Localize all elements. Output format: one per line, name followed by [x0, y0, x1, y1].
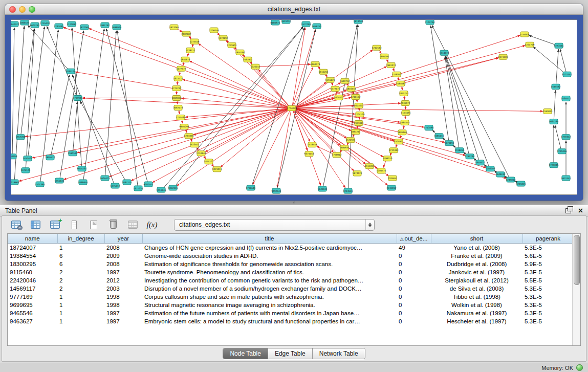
network-node[interactable]: 1694091: [379, 54, 389, 59]
table-mode-icon[interactable]: [8, 218, 24, 231]
network-node[interactable]: 5572293: [301, 21, 311, 27]
table-cell[interactable]: Tibbo et al. (1998): [431, 293, 522, 301]
network-node[interactable]: 3067174: [122, 180, 132, 185]
table-cell[interactable]: Changes of HCN gene expression and I(f) …: [142, 244, 397, 252]
network-node[interactable]: 1604421: [334, 95, 343, 100]
table-row[interactable]: 2242004622012Investigating the contribut…: [8, 276, 574, 285]
close-window-button[interactable]: [9, 6, 16, 13]
network-node[interactable]: 1445492: [551, 84, 560, 89]
table-cell[interactable]: Investigating the contribution of common…: [142, 276, 397, 285]
table-cell[interactable]: Yano et al. (2008): [431, 244, 522, 252]
network-node[interactable]: 9727441: [562, 72, 572, 77]
table-cell[interactable]: 6: [57, 260, 104, 268]
table-row[interactable]: 1872400712008Changes of HCN gene express…: [8, 244, 574, 252]
network-node[interactable]: 1216122: [351, 94, 360, 99]
network-node[interactable]: 7623401: [189, 142, 199, 147]
network-node[interactable]: 1604423: [100, 176, 110, 181]
network-node[interactable]: 9092541: [271, 188, 281, 193]
network-node[interactable]: 1485083: [396, 81, 405, 86]
table-cell[interactable]: 1: [57, 293, 104, 301]
float-panel-icon[interactable]: [565, 208, 571, 213]
table-cell[interactable]: 0: [397, 268, 431, 276]
table-cell[interactable]: 0: [397, 293, 431, 301]
network-node[interactable]: 1275212: [110, 183, 120, 188]
network-node[interactable]: 9282541: [143, 182, 153, 187]
table-cell[interactable]: 1: [57, 317, 104, 325]
network-node[interactable]: 1610742: [340, 78, 350, 83]
table-cell[interactable]: Hescheler et al. (1997): [431, 317, 522, 325]
network-node[interactable]: 1275418: [189, 39, 199, 44]
network-node[interactable]: 1461901: [243, 57, 252, 62]
table-row[interactable]: 1456911722003Disruption of a novel membe…: [8, 285, 574, 293]
network-node[interactable]: 1897241: [351, 129, 360, 135]
table-cell[interactable]: 49: [397, 244, 431, 252]
column-header-title[interactable]: title: [142, 234, 397, 244]
network-node[interactable]: 1474121: [204, 159, 213, 164]
network-canvas[interactable]: 1724051182206520026871275418113811119506…: [11, 19, 577, 195]
new-column-icon[interactable]: [47, 218, 62, 231]
network-node[interactable]: 2066424: [19, 20, 29, 25]
table-selector[interactable]: citations_edges.txt: [174, 219, 375, 231]
table-cell[interactable]: 5.5E-5: [522, 276, 574, 285]
table-cell[interactable]: 9777169: [8, 293, 57, 301]
network-node[interactable]: 1973409: [498, 54, 508, 59]
table-cell[interactable]: Estimation of the future numbers of pati…: [142, 309, 397, 317]
network-node[interactable]: 1822065: [79, 25, 89, 30]
panel-splitter[interactable]: [0, 201, 588, 205]
network-node[interactable]: 1796010: [382, 156, 392, 161]
network-node[interactable]: 2245012: [386, 185, 396, 190]
table-cell[interactable]: 18724007: [8, 244, 57, 252]
network-node[interactable]: 9605231: [77, 166, 86, 171]
close-panel-icon[interactable]: ×: [578, 207, 583, 215]
table-cell[interactable]: 1997: [104, 317, 142, 325]
table-row[interactable]: 1830029562008Estimation of significance …: [8, 260, 574, 268]
table-cell[interactable]: 18300295: [8, 260, 57, 268]
network-node[interactable]: 1218665: [11, 180, 19, 185]
network-node[interactable]: 1213541: [343, 188, 353, 193]
network-node[interactable]: 1751944: [196, 151, 206, 156]
network-node[interactable]: 9605299: [179, 124, 189, 129]
network-node[interactable]: 1771912: [561, 135, 571, 140]
network-node[interactable]: 1616261: [318, 69, 328, 74]
table-row[interactable]: 1938455462009Genome-wide association stu…: [8, 252, 574, 260]
network-node[interactable]: 1724051: [287, 105, 296, 111]
table-cell[interactable]: 6: [57, 252, 104, 260]
table-row[interactable]: 977716911998Corpus callosum shape and si…: [8, 293, 574, 301]
table-cell[interactable]: 9115460: [8, 268, 57, 276]
network-node[interactable]: 1474121: [20, 168, 30, 173]
network-node[interactable]: 3067173: [173, 105, 183, 110]
table-cell[interactable]: Structural magnetic resonance image aver…: [142, 301, 397, 309]
minimize-window-button[interactable]: [19, 6, 26, 13]
table-cell[interactable]: 5.3E-5: [522, 285, 574, 293]
network-node[interactable]: 1677441: [561, 176, 571, 181]
network-node[interactable]: 2036072: [400, 100, 410, 105]
table-row[interactable]: 911546021997Tourette syndrome. Phenomeno…: [8, 268, 574, 276]
network-node[interactable]: 1679191: [444, 141, 454, 146]
column-header-out-de[interactable]: △out_de...: [397, 234, 431, 244]
table-cell[interactable]: 0: [397, 285, 431, 293]
table-cell[interactable]: 9463627: [8, 317, 57, 325]
table-cell[interactable]: Genome-wide association studies in ADHD.: [142, 252, 397, 260]
table-cell[interactable]: 1997: [104, 268, 142, 276]
vertical-scrollbar[interactable]: [572, 234, 580, 345]
network-node[interactable]: 1154808: [519, 32, 529, 37]
network-node[interactable]: 1212483: [388, 148, 398, 153]
table-cell[interactable]: de Silva et al. (2003): [431, 285, 522, 293]
network-node[interactable]: 1957398: [15, 135, 25, 140]
network-node[interactable]: 1504921: [394, 139, 403, 144]
network-node[interactable]: 2226058: [209, 28, 219, 33]
network-node[interactable]: 2640522: [11, 21, 19, 27]
network-node[interactable]: 1451404: [23, 156, 32, 161]
network-node[interactable]: 1874121: [352, 171, 362, 176]
network-node[interactable]: 1032345: [168, 185, 178, 190]
network-node[interactable]: 2002687: [181, 31, 191, 36]
network-node[interactable]: 2035124: [66, 69, 75, 74]
network-node[interactable]: 1204193: [11, 154, 17, 159]
network-node[interactable]: 1138111: [185, 48, 195, 53]
table-cell[interactable]: 0: [397, 260, 431, 268]
network-node[interactable]: 1631052: [281, 20, 291, 24]
network-node[interactable]: 1170892: [67, 21, 76, 27]
network-node[interactable]: 1212543: [372, 45, 381, 50]
network-node[interactable]: 1261065: [54, 24, 63, 29]
network-node[interactable]: 1895575: [400, 120, 409, 125]
